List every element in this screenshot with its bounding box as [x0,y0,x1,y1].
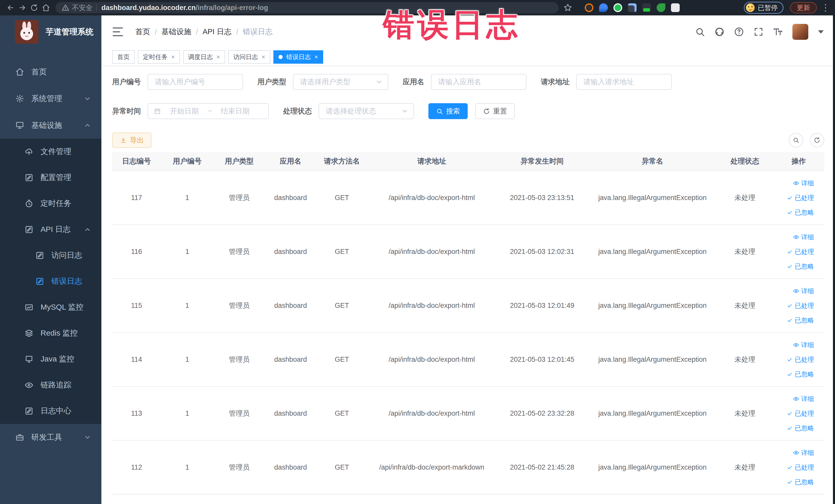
tab-close-icon[interactable]: × [217,54,220,60]
tab-close-icon[interactable]: × [262,54,265,60]
sidebar-item-file-management[interactable]: 文件管理 [0,139,101,165]
processed-link[interactable]: 已处理 [787,194,814,202]
ignored-link[interactable]: 已忽略 [787,208,814,217]
browser-menu-kebab-icon[interactable]: ⋮ [821,3,830,12]
breadcrumb-item[interactable]: 首页 [135,27,150,37]
check-icon [787,371,793,377]
log-icon [36,251,44,260]
detail-link[interactable]: 详细 [793,179,814,187]
reset-button[interactable]: 重置 [475,103,515,119]
app-name-input[interactable] [438,78,519,86]
fullscreen-icon[interactable] [753,27,763,37]
exception-time-range-picker[interactable]: ~ [148,103,269,119]
sidebar-item-label: 定时任务 [41,198,91,209]
ignored-link[interactable]: 已忽略 [787,316,814,324]
search-button[interactable]: 搜索 [428,103,468,119]
help-icon[interactable] [734,27,744,37]
tab-label: 访问日志 [233,53,258,61]
ignored-link[interactable]: 已忽略 [787,370,814,379]
detail-link[interactable]: 详细 [793,341,814,349]
sidebar-item-error-log[interactable]: 错误日志 [0,268,101,294]
sidebar: 芋道管理系统 首页系统管理基础设施文件管理配置管理定时任务API 日志访问日志错… [0,15,101,504]
sidebar-item-system-management[interactable]: 系统管理 [0,85,101,112]
processed-link[interactable]: 已处理 [787,247,814,256]
cell-user-id: 1 [161,409,213,418]
detail-link[interactable]: 详细 [793,395,814,403]
tab-error-log[interactable]: 错误日志× [273,50,323,64]
sidebar-item-trace[interactable]: 链路追踪 [0,372,101,398]
tab-home[interactable]: 首页 [112,50,135,64]
user-type-select[interactable]: 请选择用户类型 [293,74,388,90]
breadcrumb-item[interactable]: API 日志 [203,27,231,37]
extension-icon[interactable] [657,3,665,12]
processed-link[interactable]: 已处理 [787,301,814,310]
user-id-input[interactable] [155,78,236,86]
start-date-input[interactable] [165,107,204,115]
detail-link[interactable]: 详细 [793,233,814,241]
extension-icon[interactable] [613,3,622,12]
breadcrumb-item[interactable]: 基础设施 [161,27,191,37]
ignored-link[interactable]: 已忽略 [787,478,814,486]
tab-close-icon[interactable]: × [171,54,175,60]
sidebar-item-api-log[interactable]: API 日志 [0,217,101,242]
bookmark-star-icon[interactable] [563,3,572,12]
app-logo[interactable]: 芋道管理系统 [0,15,101,48]
extension-icon[interactable] [599,3,608,12]
sidebar-item-redis-monitor[interactable]: Redis 监控 [0,320,101,346]
tab-close-icon[interactable]: × [314,54,318,60]
browser-update-button[interactable]: 更新 [790,2,817,13]
browser-reload-button[interactable] [28,2,40,14]
extension-icon[interactable] [642,3,651,12]
processed-link[interactable]: 已处理 [787,409,814,418]
cell-app-name: dashboard [265,248,316,256]
processed-link[interactable]: 已处理 [787,463,814,472]
github-icon[interactable] [714,27,725,37]
sidebar-item-scheduled-tasks[interactable]: 定时任务 [0,190,101,217]
browser-forward-button[interactable] [16,2,28,14]
cell-user-type: 管理员 [213,247,265,256]
tab-scheduled-tasks[interactable]: 定时任务× [138,50,180,64]
toggle-search-button[interactable] [789,133,803,147]
sidebar-item-label: 链路追踪 [41,380,91,390]
sidebar-item-dev-tools[interactable]: 研发工具 [0,424,101,450]
end-date-input[interactable] [216,107,254,115]
ignored-link[interactable]: 已忽略 [787,424,814,432]
browser-home-button[interactable] [40,2,52,14]
refresh-table-button[interactable] [810,133,824,147]
cell-method: GET [316,302,368,310]
extension-icon[interactable] [628,3,636,12]
sidebar-item-log-center[interactable]: 日志中心 [0,398,101,424]
sidebar-item-label: Java 监控 [41,354,91,364]
sidebar-item-config-management[interactable]: 配置管理 [0,165,101,190]
search-icon[interactable] [695,27,705,37]
sidebar-item-home[interactable]: 首页 [0,59,101,85]
extension-icon[interactable] [585,3,593,12]
request-url-input[interactable] [584,78,665,86]
sidebar-item-infrastructure[interactable]: 基础设施 [0,112,101,139]
table-row: 1121管理员dashboardGET/api/infra/db-doc/exp… [112,441,824,495]
screen-icon [25,355,33,364]
tab-access-log[interactable]: 访问日志× [228,50,270,64]
sidebar-item-java-monitor[interactable]: Java 监控 [0,346,101,372]
browser-profile-chip[interactable]: 已暂停 [744,2,783,14]
avatar-dropdown-caret-icon[interactable] [818,30,824,34]
ignored-link[interactable]: 已忽略 [787,262,814,270]
divider [96,4,97,11]
export-button[interactable]: 导出 [112,133,151,148]
chevron-down-icon [84,434,91,441]
sidebar-item-access-log[interactable]: 访问日志 [0,242,101,268]
font-size-icon[interactable] [773,27,783,37]
hamburger-icon[interactable] [113,27,123,36]
process-status-select[interactable]: 请选择处理状态 [319,103,414,119]
detail-link[interactable]: 详细 [793,287,814,295]
user-avatar[interactable] [792,24,808,40]
detail-link[interactable]: 详细 [793,448,814,457]
chevron-down-icon [84,95,91,102]
process-status-label: 处理状态 [283,106,312,116]
tab-schedule-log[interactable]: 调度日志× [183,50,225,64]
chart-icon [25,303,33,312]
browser-back-button[interactable] [5,2,16,14]
processed-link[interactable]: 已处理 [787,355,814,364]
extension-icon[interactable] [671,3,680,12]
sidebar-item-mysql-monitor[interactable]: MySQL 监控 [0,294,101,320]
